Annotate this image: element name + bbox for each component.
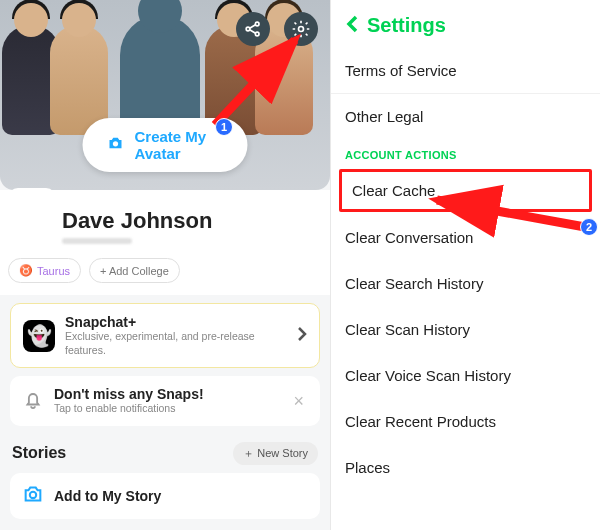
back-button[interactable] [345, 15, 359, 37]
settings-row-clear-cache[interactable]: Clear Cache [339, 169, 592, 212]
settings-row-clear-search[interactable]: Clear Search History [331, 260, 600, 306]
snapchat-plus-icon: 👻 [23, 320, 55, 352]
plus-title: Snapchat+ [65, 314, 287, 330]
chevron-right-icon [297, 326, 307, 346]
svg-point-1 [255, 22, 259, 26]
add-to-story-row[interactable]: Add to My Story [10, 473, 320, 519]
svg-point-5 [299, 27, 304, 32]
plus-subtitle: Exclusive, experimental, and pre-release… [65, 330, 287, 357]
profile-info: Dave Johnson Taurus + Add College [0, 190, 330, 295]
stories-section-header: Stories ＋New Story [0, 434, 330, 471]
notify-title: Don't miss any Snaps! [54, 386, 279, 402]
add-to-story-label: Add to My Story [54, 488, 308, 504]
profile-screen: Create My Avatar Dave Johnson Taurus + A… [0, 0, 330, 530]
svg-point-2 [255, 32, 259, 36]
settings-button[interactable] [284, 12, 318, 46]
settings-screen: Settings Terms of Service Other Legal AC… [330, 0, 600, 530]
enable-notifications-card[interactable]: Don't miss any Snaps! Tap to enable noti… [10, 376, 320, 426]
share-icon [243, 19, 263, 39]
username-blur [62, 238, 132, 244]
create-avatar-button[interactable]: Create My Avatar [83, 118, 248, 172]
bell-icon [22, 388, 44, 414]
notify-subtitle: Tap to enable notifications [54, 402, 279, 416]
settings-row-places[interactable]: Places [331, 444, 600, 490]
dismiss-button[interactable]: × [289, 391, 308, 412]
add-college-chip[interactable]: + Add College [89, 258, 180, 283]
settings-row-legal[interactable]: Other Legal [331, 93, 600, 139]
friend-avatar [50, 25, 108, 135]
gear-icon [291, 19, 311, 39]
settings-row-clear-voice-scan[interactable]: Clear Voice Scan History [331, 352, 600, 398]
settings-row-terms[interactable]: Terms of Service [331, 47, 600, 93]
svg-line-3 [250, 25, 256, 28]
create-avatar-label: Create My Avatar [135, 128, 224, 162]
new-story-button[interactable]: ＋New Story [233, 442, 318, 465]
svg-line-4 [250, 30, 256, 33]
svg-point-7 [30, 492, 36, 498]
settings-row-clear-conversation[interactable]: Clear Conversation [331, 214, 600, 260]
camera-outline-icon [22, 483, 44, 509]
settings-row-clear-recent-products[interactable]: Clear Recent Products [331, 398, 600, 444]
settings-header: Settings [331, 0, 600, 47]
avatar-hero: Create My Avatar [0, 0, 330, 190]
svg-point-6 [113, 141, 118, 146]
account-actions-section: ACCOUNT ACTIONS [331, 139, 600, 167]
share-button[interactable] [236, 12, 270, 46]
svg-point-0 [246, 27, 250, 31]
stories-heading: Stories [12, 444, 66, 462]
camera-icon [107, 134, 125, 156]
my-avatar-silhouette [120, 15, 200, 130]
display-name: Dave Johnson [62, 208, 318, 234]
snapchat-plus-card[interactable]: 👻 Snapchat+ Exclusive, experimental, and… [10, 303, 320, 368]
settings-title: Settings [367, 14, 446, 37]
settings-row-clear-scan[interactable]: Clear Scan History [331, 306, 600, 352]
zodiac-chip[interactable]: Taurus [8, 258, 81, 283]
